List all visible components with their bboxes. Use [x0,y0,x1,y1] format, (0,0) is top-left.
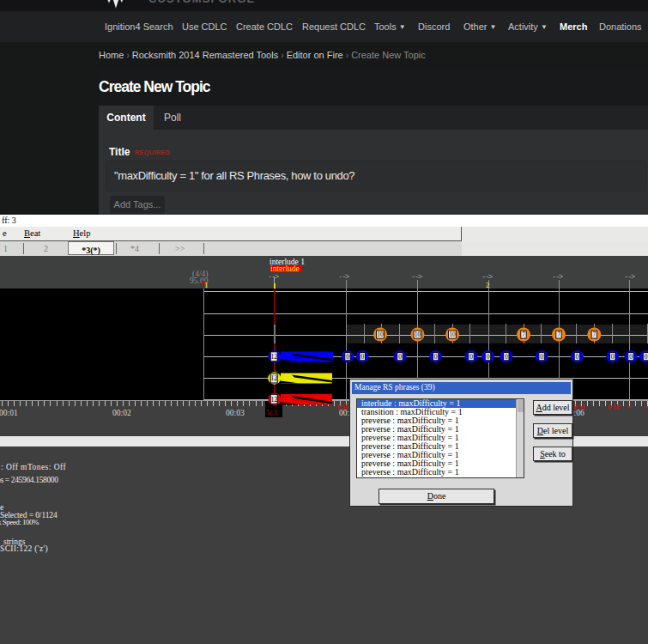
svg-text:10: 10 [415,331,421,338]
svg-text:7: 7 [557,331,560,338]
svg-text:0: 0 [398,353,402,361]
svg-text:0: 0 [469,353,473,361]
svg-text:0: 0 [540,353,543,361]
svg-text:12: 12 [270,374,277,382]
svg-text:0: 0 [487,353,490,361]
svg-text:0: 0 [611,353,615,361]
svg-text:0: 0 [346,353,349,361]
svg-text:7: 7 [522,331,525,338]
svg-text:0: 0 [505,353,508,361]
svg-text:7: 7 [592,331,596,338]
svg-text:0: 0 [360,353,364,361]
svg-text:10: 10 [449,331,456,338]
svg-text:10: 10 [377,331,384,338]
svg-text:0: 0 [434,353,438,361]
svg-text:0: 0 [576,353,579,361]
svg-text:12: 12 [270,353,277,361]
svg-text:0: 0 [629,353,633,361]
svg-text:12: 12 [270,396,277,404]
svg-text:0: 0 [645,353,648,361]
